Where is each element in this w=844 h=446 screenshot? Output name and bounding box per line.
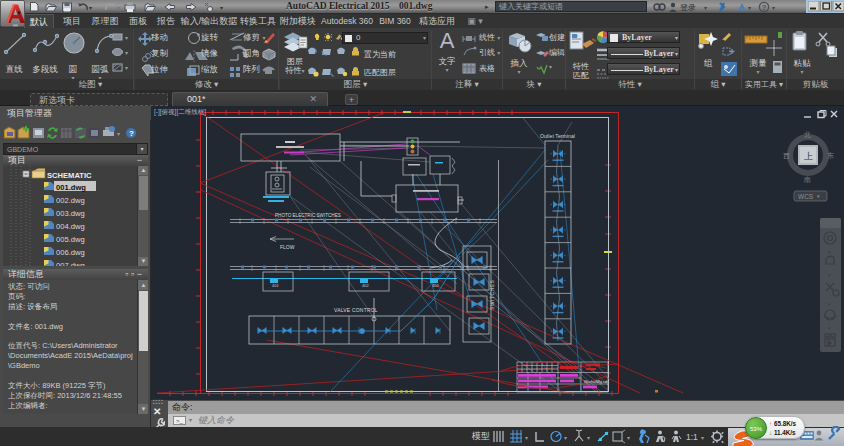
svg-text:004.dwg: 004.dwg xyxy=(56,222,85,231)
svg-text:005.dwg: 005.dwg xyxy=(56,235,85,244)
svg-text:FLOW: FLOW xyxy=(280,244,295,250)
svg-text:登录: 登录 xyxy=(680,3,696,12)
svg-text:▾: ▾ xyxy=(525,435,528,441)
svg-text:?: ? xyxy=(129,129,134,138)
svg-text:▾: ▾ xyxy=(125,35,128,41)
svg-text:▾: ▾ xyxy=(125,65,128,71)
svg-text:▾: ▾ xyxy=(117,5,120,11)
svg-text:东: 东 xyxy=(827,152,834,159)
svg-text:▾: ▾ xyxy=(748,5,751,11)
svg-text:南: 南 xyxy=(804,176,811,183)
svg-text:▾: ▾ xyxy=(627,435,630,441)
svg-text:▾: ▾ xyxy=(701,435,704,441)
svg-text:西: 西 xyxy=(783,152,790,160)
svg-text:1:1: 1:1 xyxy=(686,432,698,442)
svg-text:007.dwg: 007.dwg xyxy=(56,261,85,267)
svg-text:003.dwg: 003.dwg xyxy=(56,209,85,218)
svg-text:002.dwg: 002.dwg xyxy=(56,196,85,205)
svg-text:401: 401 xyxy=(272,283,279,288)
svg-text:Outlet Terminal: Outlet Terminal xyxy=(540,133,575,139)
svg-text:VALVE CONTROL: VALVE CONTROL xyxy=(334,307,378,313)
svg-text:?: ? xyxy=(762,3,767,12)
svg-text:WCS: WCS xyxy=(798,193,814,200)
svg-text:▾: ▾ xyxy=(772,5,775,11)
svg-text:▾: ▾ xyxy=(220,5,223,11)
svg-text:SCHEMATIC: SCHEMATIC xyxy=(47,171,92,180)
svg-text:▾: ▾ xyxy=(89,5,92,11)
svg-text:403: 403 xyxy=(432,283,439,288)
svg-text:北: 北 xyxy=(804,131,811,139)
svg-text:[-][俯视][二维线框]: [-][俯视][二维线框] xyxy=(154,108,206,116)
svg-text:▾: ▾ xyxy=(587,435,590,441)
svg-text:WuchaiMfg.cdr: WuchaiMfg.cdr xyxy=(584,380,609,384)
svg-text:▾: ▾ xyxy=(704,5,707,11)
svg-text:▾: ▾ xyxy=(564,435,567,441)
svg-text:▾: ▾ xyxy=(117,131,120,137)
svg-text:001.dwg: 001.dwg xyxy=(56,183,86,192)
svg-text:SWITCHES: SWITCHES xyxy=(489,279,495,310)
svg-text:▾: ▾ xyxy=(125,50,128,56)
svg-text:006.dwg: 006.dwg xyxy=(56,248,85,257)
svg-text:PHOTO ELECTRIC SWITCHES: PHOTO ELECTRIC SWITCHES xyxy=(275,213,341,218)
svg-text:上: 上 xyxy=(804,151,813,161)
svg-text:402: 402 xyxy=(362,283,369,288)
